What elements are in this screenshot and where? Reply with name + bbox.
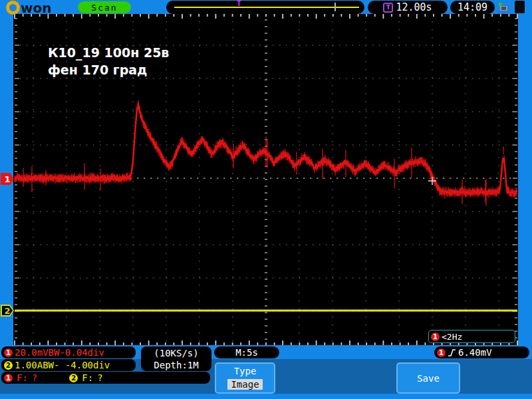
channel1-settings: 20.0mVBW-0.04div — [15, 347, 104, 358]
logo-ring-icon — [6, 1, 20, 15]
channel1-readout: 1 20.0mVBW-0.04div — [1, 346, 136, 358]
channel2-settings: 1.00ABW- -4.00div — [15, 360, 110, 370]
record-length-line — [174, 7, 359, 8]
type-button-label: Type — [234, 366, 257, 376]
clock: 14:09 — [450, 1, 495, 14]
save-button[interactable]: Save — [396, 362, 460, 394]
frequency-value: <2Hz — [442, 332, 462, 342]
memory-depth: Depth:1M — [154, 359, 198, 371]
type-button[interactable]: Type Image — [215, 362, 275, 394]
horizontal-trigger-time: T 12.00s — [368, 1, 448, 14]
trigger-t-icon: T — [383, 3, 393, 13]
timebase-readout: M:5s — [214, 346, 279, 358]
frequency-counter: 1 <2Hz — [428, 330, 515, 343]
channel2-chip: 2 — [4, 361, 13, 370]
trigger-time-value: 12.00s — [396, 1, 432, 13]
top-status-bar: won Scan T T 12.00s 14:09 — [0, 0, 532, 14]
usb-storage-icon — [497, 1, 509, 12]
channel2-chip: 2 — [69, 374, 78, 382]
type-button-value: Image — [227, 379, 262, 390]
clock-value: 14:09 — [458, 1, 487, 13]
owon-logo: won — [6, 1, 51, 15]
user-annotation: К10_19 100н 25в фен 170 град — [48, 44, 169, 78]
sample-rate: (10KS/s) — [154, 347, 198, 359]
measure2-label: F: — [82, 372, 93, 383]
measure1-value: ? — [32, 372, 37, 383]
annotation-line2: фен 170 град — [48, 61, 169, 78]
save-button-label: Save — [417, 373, 440, 384]
measure1-label: F: — [17, 372, 28, 383]
trigger-level-value: 6.40mV — [458, 347, 492, 358]
acquisition-readout: (10KS/s) Depth:1M — [141, 346, 211, 371]
battery-icon — [515, 1, 525, 13]
channel1-chip: 1 — [4, 348, 13, 357]
measure2-value: ? — [97, 372, 102, 383]
acquisition-mode-badge: Scan — [78, 1, 131, 13]
trigger-source-chip: 1 — [437, 348, 446, 357]
measurement-readout: 1 F: ? 2 F: ? — [1, 372, 210, 384]
channel1-chip: 1 — [431, 332, 440, 341]
logo-text: won — [21, 1, 51, 15]
record-position-bar: T — [166, 1, 364, 14]
channel2-readout: 2 1.00ABW- -4.00div — [1, 359, 136, 371]
channel1-chip: 1 — [4, 374, 13, 382]
window-position-marker — [334, 3, 336, 11]
annotation-line1: К10_19 100н 25в — [48, 44, 169, 61]
rising-edge-icon — [448, 348, 456, 358]
oscilloscope-screen: won Scan T T 12.00s 14:09 К10_19 100н 25… — [0, 0, 532, 399]
trigger-position-marker: T — [237, 0, 241, 8]
trigger-level-readout: 1 6.40mV — [434, 346, 529, 358]
